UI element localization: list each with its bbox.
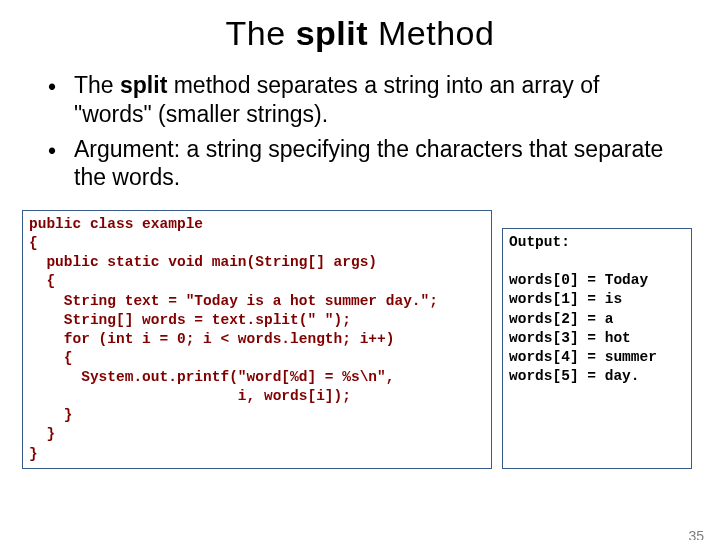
page-number: 35 [688, 528, 704, 540]
bullet-dot: • [48, 135, 74, 193]
bullet-item: • The split method separates a string in… [48, 71, 680, 129]
bullet-bold: split [120, 72, 167, 98]
output-box: Output: words[0] = Today words[1] = is w… [502, 228, 692, 469]
bullet-pre: The [74, 72, 120, 98]
panels: public class example { public static voi… [22, 210, 698, 469]
bullet-dot: • [48, 71, 74, 129]
slide: The split Method • The split method sepa… [0, 14, 720, 540]
code-box: public class example { public static voi… [22, 210, 492, 469]
bullet-pre: Argument: a string specifying the charac… [74, 136, 663, 191]
bullet-text: The split method separates a string into… [74, 71, 680, 129]
slide-title: The split Method [0, 14, 720, 53]
title-bold: split [296, 14, 368, 52]
title-pre: The [226, 14, 296, 52]
bullet-list: • The split method separates a string in… [48, 71, 680, 192]
title-post: Method [368, 14, 494, 52]
bullet-text: Argument: a string specifying the charac… [74, 135, 680, 193]
bullet-item: • Argument: a string specifying the char… [48, 135, 680, 193]
